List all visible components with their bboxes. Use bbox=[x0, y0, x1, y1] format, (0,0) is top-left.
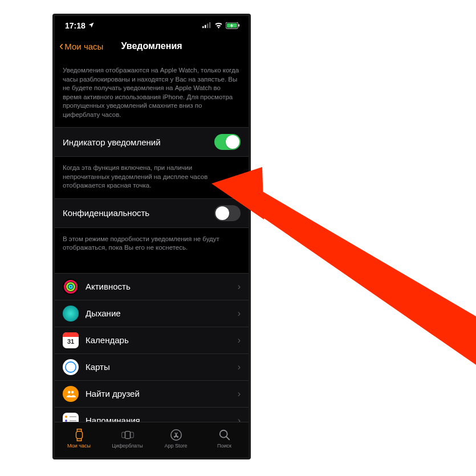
svg-rect-11 bbox=[125, 431, 131, 438]
app-label: Карты bbox=[86, 362, 238, 372]
app-label: Дыхание bbox=[86, 308, 238, 318]
status-time: 17:18 bbox=[65, 21, 86, 30]
notification-indicator-label: Индикатор уведомлений bbox=[63, 137, 161, 147]
app-row-calendar[interactable]: Календарь › bbox=[55, 327, 249, 354]
notification-indicator-desc: Когда эта функция включена, при наличии … bbox=[55, 157, 249, 198]
content-scroll[interactable]: Уведомления отображаются на Apple Watch,… bbox=[55, 59, 249, 422]
notification-indicator-toggle[interactable] bbox=[214, 134, 241, 150]
watch-icon bbox=[72, 428, 86, 442]
svg-point-8 bbox=[68, 390, 71, 393]
app-row-reminders[interactable]: Напоминания › bbox=[55, 408, 249, 422]
svg-point-9 bbox=[71, 390, 74, 393]
back-label: Мои часы bbox=[64, 42, 103, 51]
wifi-icon bbox=[214, 21, 223, 30]
privacy-label: Конфиденциальность bbox=[63, 208, 149, 218]
chevron-right-icon: › bbox=[238, 362, 241, 372]
status-bar: 17:18 bbox=[55, 16, 249, 33]
chevron-right-icon: › bbox=[238, 416, 241, 422]
app-row-breathe[interactable]: Дыхание › bbox=[55, 300, 249, 327]
chevron-right-icon: › bbox=[238, 308, 241, 319]
calendar-icon bbox=[63, 332, 79, 348]
privacy-desc: В этом режиме подробности уведомления не… bbox=[55, 228, 249, 261]
svg-point-7 bbox=[66, 362, 76, 372]
svg-marker-18 bbox=[245, 181, 476, 365]
reminders-icon bbox=[63, 413, 79, 422]
svg-rect-1 bbox=[205, 25, 206, 28]
tab-my-watch[interactable]: Мои часы bbox=[55, 422, 103, 454]
app-row-maps[interactable]: Карты › bbox=[55, 354, 249, 381]
app-row-friends[interactable]: Найти друзей › bbox=[55, 381, 249, 408]
app-row-activity[interactable]: Активность › bbox=[55, 273, 249, 300]
notification-indicator-row: Индикатор уведомлений bbox=[55, 127, 249, 157]
svg-rect-2 bbox=[207, 23, 208, 28]
back-button[interactable]: ‹ Мои часы bbox=[59, 40, 103, 52]
appstore-icon bbox=[169, 428, 183, 442]
cellular-icon bbox=[202, 21, 211, 30]
app-label: Активность bbox=[86, 282, 238, 291]
app-label: Напоминания bbox=[86, 416, 238, 422]
tab-label: App Store bbox=[164, 443, 187, 449]
intro-description: Уведомления отображаются на Apple Watch,… bbox=[55, 59, 249, 127]
app-list: Активность › Дыхание › Календарь › Карты… bbox=[55, 273, 249, 422]
tab-label: Циферблаты bbox=[112, 443, 143, 449]
tab-label: Поиск bbox=[217, 443, 231, 449]
find-friends-icon bbox=[63, 386, 79, 402]
search-icon bbox=[218, 428, 231, 442]
svg-rect-6 bbox=[238, 24, 239, 26]
faces-icon bbox=[121, 428, 135, 442]
app-label: Найти друзей bbox=[86, 389, 238, 398]
tab-search[interactable]: Поиск bbox=[200, 422, 249, 454]
chevron-left-icon: ‹ bbox=[59, 40, 63, 52]
tab-appstore[interactable]: App Store bbox=[152, 422, 200, 454]
svg-rect-10 bbox=[76, 431, 82, 438]
privacy-toggle[interactable] bbox=[214, 205, 241, 221]
svg-line-16 bbox=[226, 436, 229, 440]
tab-bar: Мои часы Циферблаты App Store Поиск bbox=[55, 422, 249, 457]
breathe-icon bbox=[63, 306, 79, 322]
privacy-row: Конфиденциальность bbox=[55, 198, 249, 228]
location-services-icon bbox=[88, 21, 95, 30]
phone-frame: 17:18 ‹ Мои часы Уведомления Уведомления… bbox=[52, 14, 251, 459]
chevron-right-icon: › bbox=[238, 389, 241, 399]
svg-rect-0 bbox=[202, 26, 204, 28]
app-label: Календарь bbox=[86, 335, 238, 345]
nav-bar: ‹ Мои часы Уведомления bbox=[55, 33, 249, 59]
battery-icon bbox=[226, 22, 241, 29]
activity-icon bbox=[63, 279, 79, 295]
tab-label: Мои часы bbox=[67, 443, 91, 449]
chevron-right-icon: › bbox=[238, 335, 241, 345]
tab-faces[interactable]: Циферблаты bbox=[103, 422, 152, 454]
svg-rect-3 bbox=[209, 22, 210, 28]
maps-icon bbox=[63, 359, 79, 375]
chevron-right-icon: › bbox=[238, 282, 241, 292]
